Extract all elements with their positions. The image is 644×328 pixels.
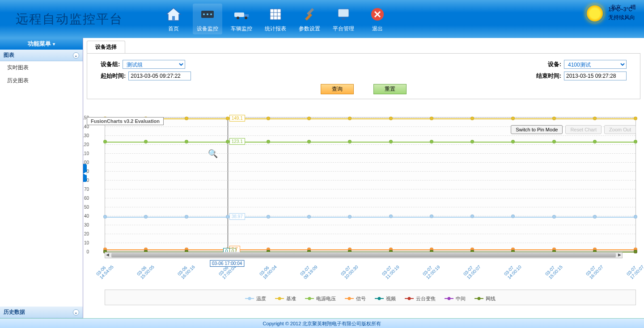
start-time-label: 起始时间:: [101, 72, 126, 80]
data-point: [389, 214, 393, 218]
zoom-in-icon: 🔍+: [208, 149, 220, 159]
data-point: [634, 215, 637, 219]
svg-rect-10: [270, 9, 281, 20]
tabs: 设备选择: [87, 41, 640, 53]
scrollbar-thumb[interactable]: [111, 253, 616, 257]
chevron-down-icon[interactable]: ⌄: [73, 309, 79, 315]
y-tick: 20: [84, 231, 89, 236]
sidebar-collapse-handle[interactable]: ◀: [83, 164, 87, 182]
weather-widget: 北京 晴 13°C~3°C 无持续风向: [586, 4, 635, 22]
sidebar-panel-chart[interactable]: 图表 ⌄: [0, 50, 83, 61]
reset-button[interactable]: 重置: [373, 84, 407, 94]
legend-label: 网线: [486, 295, 496, 302]
end-time-input[interactable]: [564, 71, 627, 80]
gridline: [105, 153, 636, 154]
nav-home[interactable]: 首页: [159, 4, 188, 34]
y-tick: 120: [83, 142, 89, 147]
nav-stats[interactable]: 统计报表: [261, 4, 290, 34]
data-point: [552, 117, 556, 120]
x-tick: 03-0616:00:16: [177, 261, 196, 280]
svg-rect-16: [342, 18, 345, 20]
svg-point-3: [203, 13, 205, 15]
legend-item[interactable]: 电源电压: [305, 295, 336, 302]
gridline: [105, 234, 636, 234]
horizontal-scrollbar[interactable]: [105, 252, 623, 258]
reset-chart-button[interactable]: Reset Chart: [565, 125, 602, 134]
legend-item[interactable]: 中间: [445, 295, 466, 302]
start-time-input[interactable]: [128, 71, 191, 80]
panel-label: 历史数据: [4, 308, 25, 316]
data-point: [470, 214, 474, 218]
svg-rect-7: [244, 14, 249, 17]
grid-icon: [267, 5, 284, 23]
gridline: [105, 207, 636, 207]
weather-condition: 晴: [631, 4, 636, 11]
data-point: [470, 140, 474, 143]
legend-item[interactable]: 温度: [245, 295, 266, 302]
data-point: [552, 215, 556, 219]
sidebar: 功能菜单 图表 ⌄ 实时图表 历史图表 历史数据 ⌄: [0, 38, 83, 318]
nav-label: 参数设置: [295, 25, 324, 33]
data-point: [103, 140, 107, 143]
nav-device-monitor[interactable]: 设备监控: [193, 4, 222, 34]
legend-item[interactable]: 网线: [475, 295, 496, 302]
plot-area[interactable]: 0102030405060708090100110120130140150 🔍+…: [105, 117, 636, 251]
sidebar-menu-title[interactable]: 功能菜单: [0, 38, 83, 50]
data-point: [226, 140, 229, 143]
tab-device-select[interactable]: 设备选择: [87, 41, 125, 53]
nav-vehicle-monitor[interactable]: 车辆监控: [227, 4, 256, 34]
legend-item[interactable]: 云台变焦: [405, 295, 436, 302]
sidebar-item-realtime-chart[interactable]: 实时图表: [0, 61, 83, 74]
query-button[interactable]: 查询: [321, 84, 354, 94]
legend: 温度基准电源电压信号视频云台变焦中间网线: [105, 290, 636, 305]
gridline: [105, 180, 636, 181]
nav-params[interactable]: 参数设置: [295, 4, 324, 34]
home-icon: [165, 5, 182, 23]
chevron-down-icon[interactable]: ⌄: [73, 52, 79, 59]
legend-item[interactable]: 基准: [275, 295, 296, 302]
data-point: [307, 117, 311, 120]
nav-label: 统计报表: [261, 25, 290, 33]
data-point: [185, 117, 188, 120]
data-point: [593, 140, 597, 143]
device-group-select[interactable]: 测试组: [123, 60, 185, 69]
gridline: [105, 198, 636, 198]
data-point: [348, 117, 352, 120]
nav-exit[interactable]: 退出: [363, 4, 392, 34]
sidebar-item-history-chart[interactable]: 历史图表: [0, 74, 83, 87]
device-select[interactable]: 4100测试: [564, 60, 627, 69]
svg-rect-15: [338, 9, 349, 17]
x-tick: 03-0709:19:09: [299, 261, 318, 280]
footer: Copyright © 2012 北京聚英翱翔电子有限公司版权所有: [0, 318, 644, 328]
legend-swatch: [375, 298, 384, 299]
y-tick: 0: [86, 249, 89, 254]
y-tick: 130: [83, 133, 89, 138]
nav-label: 平台管理: [329, 25, 358, 33]
app-title: 远程自动监控平台: [16, 11, 123, 28]
data-point: [634, 250, 637, 253]
close-icon: [369, 5, 386, 23]
nav-platform[interactable]: 平台管理: [329, 4, 358, 34]
x-tick: 03-0711:00:19: [381, 261, 400, 280]
y-tick: 60: [84, 196, 89, 201]
x-tick: 03-0715:00:15: [544, 261, 563, 280]
nav-label: 车辆监控: [227, 25, 256, 33]
legend-swatch: [245, 298, 254, 299]
nav-label: 首页: [159, 25, 188, 33]
x-tick: 03-0614:54:05: [95, 261, 114, 280]
nav-label: 退出: [363, 25, 392, 33]
x-tick: 03-0716:00:07: [585, 261, 604, 280]
pin-mode-button[interactable]: Switch to Pin Mode: [511, 125, 563, 134]
data-point: [185, 215, 188, 219]
data-point: [185, 140, 188, 143]
legend-item[interactable]: 视频: [375, 295, 396, 302]
sidebar-panel-history[interactable]: 历史数据 ⌄: [0, 307, 83, 318]
zoom-out-button[interactable]: Zoom Out: [604, 125, 636, 134]
x-tick: 03-0710:00:30: [340, 261, 359, 280]
legend-swatch: [275, 298, 284, 299]
legend-item[interactable]: 信号: [345, 295, 366, 302]
legend-label: 温度: [256, 295, 266, 302]
data-point: [267, 140, 270, 143]
svg-rect-6: [234, 13, 244, 17]
x-tick: 03-0712:00:19: [422, 261, 441, 280]
